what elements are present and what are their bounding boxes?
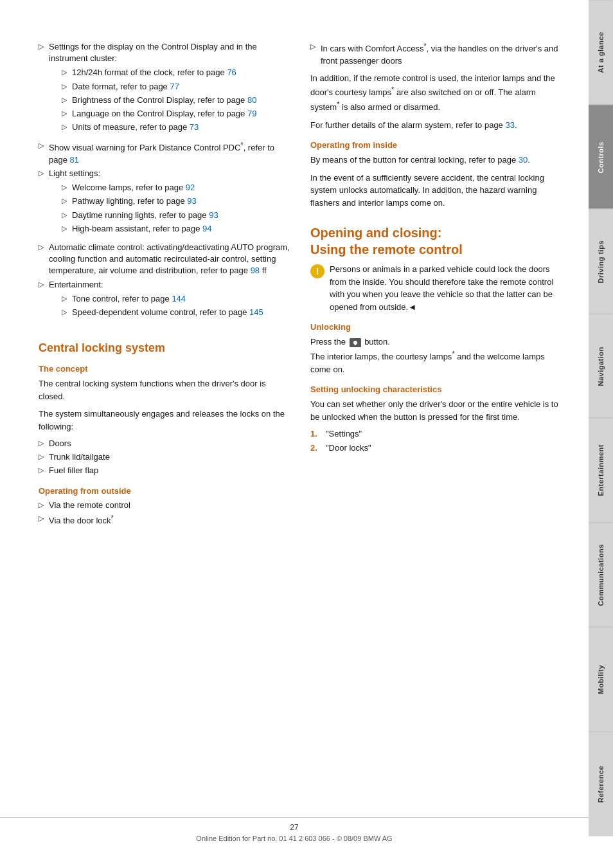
link-93a[interactable]: 93 — [187, 196, 196, 206]
bullet-arrow: ▷ — [62, 307, 67, 317]
sidebar-tabs: At a glance Controls Driving tips Naviga… — [589, 0, 613, 836]
entertainment-sub-list: ▷ Tone control, refer to page 144 ▷ Spee… — [62, 293, 263, 318]
unlocking-text: Press the button. The interior lamps, th… — [310, 336, 563, 375]
bullet-arrow: ▷ — [39, 466, 44, 475]
bullet-arrow: ▷ — [62, 196, 67, 206]
bullet-arrow: ▷ — [62, 68, 67, 77]
footer-text: Online Edition for Part no. 01 41 2 603 … — [0, 835, 589, 842]
bullet-arrow: ▷ — [39, 42, 44, 51]
locks-item-trunk: ▷ Trunk lid/tailgate — [39, 451, 291, 463]
link-145[interactable]: 145 — [249, 307, 263, 317]
settings-subitem-language: ▷ Language on the Control Display, refer… — [62, 108, 291, 120]
link-77[interactable]: 77 — [170, 82, 179, 91]
light-subitem-welcome: ▷ Welcome lamps, refer to page 92 — [62, 182, 218, 194]
bullet-arrow: ▷ — [62, 294, 67, 303]
left-column: ▷ Settings for the display on the Contro… — [39, 39, 291, 532]
sidebar-tab-entertainment[interactable]: Entertainment — [589, 418, 613, 523]
locks-item-fuel: ▷ Fuel filler flap — [39, 465, 291, 476]
settings-subitem-units: ▷ Units of measure, refer to page 73 — [62, 122, 291, 133]
concept-text1: The central locking system functions whe… — [39, 377, 291, 402]
settings-item-display: ▷ Settings for the display on the Contro… — [39, 41, 291, 138]
light-subitem-highbeam: ▷ High-beam assistant, refer to page 94 — [62, 223, 218, 235]
link-98[interactable]: 98 — [251, 266, 260, 275]
bullet-arrow: ▷ — [62, 183, 67, 192]
numbered-item-1: 1. "Settings" — [310, 428, 563, 440]
link-93b[interactable]: 93 — [209, 210, 218, 220]
light-subitem-daytime: ▷ Daytime running lights, refer to page … — [62, 210, 218, 221]
bullet-arrow: ▷ — [39, 141, 44, 150]
warning-box: ! Persons or animals in a parked vehicle… — [310, 263, 563, 313]
sidebar-tab-reference[interactable]: Reference — [589, 732, 613, 836]
sidebar-tab-controls[interactable]: Controls — [589, 105, 613, 210]
opening-closing-heading: Opening and closing:Using the remote con… — [310, 224, 563, 258]
page-footer: 27 Online Edition for Part no. 01 41 2 6… — [0, 817, 589, 842]
operating-outside-heading: Operating from outside — [39, 486, 291, 496]
central-locking-heading: Central locking system — [39, 341, 291, 355]
operating-outside-list: ▷ Via the remote control ▷ Via the door … — [39, 500, 291, 527]
locks-item-doors: ▷ Doors — [39, 438, 291, 449]
operating-inside-text2: In the event of a sufficiently severe ac… — [310, 172, 563, 210]
settings-sub-list: ▷ 12h/24h format of the clock, refer to … — [62, 67, 291, 133]
comfort-access-list: ▷ In cars with Comfort Access*, via the … — [310, 41, 563, 67]
link-94[interactable]: 94 — [202, 224, 211, 233]
unlocking-heading: Unlocking — [310, 322, 563, 332]
bullet-arrow: ▷ — [62, 109, 67, 118]
bullet-arrow: ▷ — [310, 42, 315, 51]
bullet-arrow: ▷ — [62, 95, 67, 105]
alarm-system-link-text: For further details of the alarm system,… — [310, 119, 563, 132]
light-sub-list: ▷ Welcome lamps, refer to page 92 ▷ Path… — [62, 182, 218, 235]
sidebar-tab-navigation[interactable]: Navigation — [589, 314, 613, 419]
link-30[interactable]: 30 — [519, 155, 528, 165]
bullet-arrow: ▷ — [39, 514, 44, 523]
sidebar-tab-mobility[interactable]: Mobility — [589, 627, 613, 732]
lock-button-icon — [350, 338, 361, 347]
right-column: ▷ In cars with Comfort Access*, via the … — [310, 39, 563, 532]
setting-unlocking-heading: Setting unlocking characteristics — [310, 384, 563, 394]
ent-subitem-speed-volume: ▷ Speed-dependent volume control, refer … — [62, 307, 263, 318]
additional-info-text: In addition, if the remote control is us… — [310, 72, 563, 114]
link-73[interactable]: 73 — [190, 122, 199, 132]
page-number: 27 — [0, 823, 589, 832]
sidebar-tab-communications[interactable]: Communications — [589, 523, 613, 628]
bullet-arrow: ▷ — [62, 122, 67, 132]
link-33[interactable]: 33 — [505, 120, 514, 130]
comfort-access-section: ▷ In cars with Comfort Access*, via the … — [310, 41, 563, 131]
link-81[interactable]: 81 — [70, 155, 79, 165]
main-content: ▷ Settings for the display on the Contro… — [0, 0, 589, 557]
bullet-arrow: ▷ — [39, 439, 44, 448]
warning-icon: ! — [310, 264, 324, 278]
ent-subitem-tone: ▷ Tone control, refer to page 144 — [62, 293, 263, 305]
opening-closing-section: Opening and closing:Using the remote con… — [310, 224, 563, 454]
bullet-arrow: ▷ — [39, 168, 44, 178]
settings-list: ▷ Settings for the display on the Contro… — [39, 41, 291, 323]
bullet-arrow: ▷ — [39, 280, 44, 289]
outside-item-remote: ▷ Via the remote control — [39, 500, 291, 511]
settings-subitem-brightness: ▷ Brightness of the Control Display, ref… — [62, 95, 291, 106]
setting-unlocking-text: You can set whether only the driver's do… — [310, 398, 563, 423]
warning-text: Persons or animals in a parked vehicle c… — [330, 263, 563, 313]
settings-section: ▷ Settings for the display on the Contro… — [39, 41, 291, 323]
concept-heading: The concept — [39, 364, 291, 374]
settings-numbered-list: 1. "Settings" 2. "Door locks" — [310, 428, 563, 454]
operating-inside-heading: Operating from inside — [310, 140, 563, 150]
sidebar-tab-at-a-glance[interactable]: At a glance — [589, 0, 613, 105]
bullet-arrow: ▷ — [62, 224, 67, 233]
comfort-access-item: ▷ In cars with Comfort Access*, via the … — [310, 41, 563, 67]
link-80[interactable]: 80 — [247, 95, 256, 105]
settings-item-climate: ▷ Automatic climate control: activating/… — [39, 242, 291, 277]
outside-item-door-lock: ▷ Via the door lock* — [39, 513, 291, 527]
bullet-arrow: ▷ — [39, 500, 44, 510]
link-92[interactable]: 92 — [186, 183, 195, 192]
concept-text2: The system simultaneously engages and re… — [39, 408, 291, 433]
locks-list: ▷ Doors ▷ Trunk lid/tailgate ▷ Fuel fill… — [39, 438, 291, 477]
settings-subitem-clock: ▷ 12h/24h format of the clock, refer to … — [62, 67, 291, 78]
sidebar-tab-driving-tips[interactable]: Driving tips — [589, 209, 613, 314]
central-locking-section: Central locking system The concept The c… — [39, 341, 291, 527]
settings-item-light: ▷ Light settings: ▷ Welcome lamps, refer… — [39, 168, 291, 240]
link-144[interactable]: 144 — [172, 294, 186, 303]
link-79[interactable]: 79 — [247, 109, 256, 118]
settings-item-pdc: ▷ Show visual warning for Park Distance … — [39, 140, 291, 166]
numbered-item-2: 2. "Door locks" — [310, 442, 563, 454]
link-76[interactable]: 76 — [227, 68, 236, 77]
light-subitem-pathway: ▷ Pathway lighting, refer to page 93 — [62, 195, 218, 207]
